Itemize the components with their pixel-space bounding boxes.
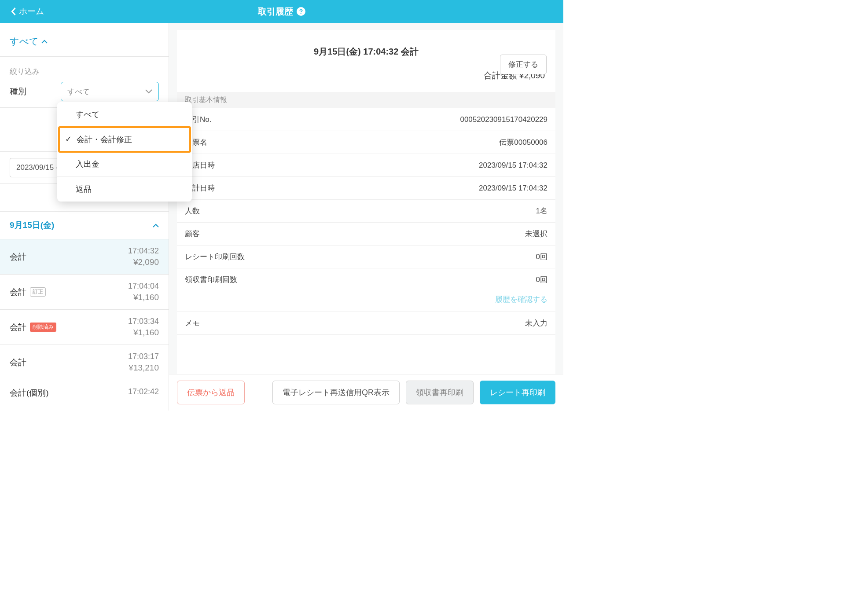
back-label: ホーム [19, 6, 44, 17]
type-selected-value: すべて [67, 87, 90, 97]
section-basic-title: 取引基本情報 [177, 92, 555, 108]
tx-amount: ¥1,160 [128, 293, 159, 302]
deleted-badge: 削除済み [30, 323, 56, 332]
row-value: 00052023091517042022​9 [460, 115, 547, 124]
content-area: 9月15日(金) 17:04:32 会計 修正する 合計金額 ¥2,090 取引… [169, 23, 563, 411]
row-slip: 伝票名伝票00050006 [177, 131, 555, 154]
tx-time: 17:04:04 [128, 282, 159, 291]
row-txno: 取引No.00052023091517042022​9 [177, 108, 555, 131]
tx-amount: ¥2,090 [128, 257, 159, 267]
filter-heading: 絞り込み [10, 66, 159, 77]
page-title-wrap: 取引履歴 ? [258, 6, 305, 18]
filter-all-toggle[interactable]: すべて [0, 23, 169, 57]
footer-bar: 伝票から返品 電子レシート再送信用QR表示 領収書再印刷 レシート再印刷 [169, 374, 563, 411]
row-value: 2023/09/15 17:04:32 [479, 184, 547, 193]
tx-label: 会計 [10, 251, 26, 263]
transaction-item[interactable]: 会計訂正 17:04:04¥1,160 [0, 275, 169, 310]
qr-resend-button[interactable]: 電子レシート再送信用QR表示 [272, 381, 400, 404]
chevron-down-icon [145, 89, 152, 94]
transaction-item[interactable]: 会計 17:04:32¥2,090 [0, 239, 169, 275]
transaction-item[interactable]: 会計削除済み 17:03:34¥1,160 [0, 310, 169, 345]
type-dropdown: すべて 会計・会計修正 入出金 返品 [57, 102, 192, 202]
row-key: 顧客 [185, 229, 200, 239]
row-key: 領収書印刷回数 [185, 275, 237, 285]
history-link[interactable]: 履歴を確認する [495, 295, 547, 304]
dropdown-option-kaikei[interactable]: 会計・会計修正 [58, 126, 191, 153]
tx-label: 会計 [10, 357, 26, 368]
receipt-reprint-button[interactable]: レシート再印刷 [480, 381, 555, 404]
row-key: 人数 [185, 206, 200, 216]
row-receipt-count: レシート印刷回数0回 [177, 246, 555, 268]
filter-block: 絞り込み 種別 すべて [0, 57, 169, 108]
row-people: 人数1名 [177, 200, 555, 223]
row-value: 0回 [536, 252, 547, 262]
type-label: 種別 [10, 86, 61, 97]
tx-amount: ¥13,210 [128, 363, 159, 373]
row-value: 0回 [536, 275, 547, 285]
date-group-label: 9月15日(金) [10, 220, 54, 231]
dropdown-option-label: 返品 [76, 185, 92, 194]
topbar: ホーム 取引履歴 ? [0, 0, 563, 23]
sidebar: すべて 絞り込み 種別 すべて 2023/09/15 - ＋ 新規伝票を追加 [0, 23, 169, 411]
row-customer: 顧客未選択 [177, 223, 555, 246]
dropdown-option-label: 会計・会計修正 [77, 135, 132, 144]
chevron-up-icon [41, 40, 48, 44]
row-value: 未選択 [525, 229, 547, 239]
row-value: 1名 [536, 206, 547, 216]
tx-time: 17:04:32 [128, 246, 159, 256]
row-value: 伝票00050006 [499, 137, 547, 147]
filter-all-label: すべて [10, 35, 39, 48]
return-from-slip-button[interactable]: 伝票から返品 [177, 381, 245, 404]
row-visit: 来店日時2023/09/15 17:04:32 [177, 154, 555, 177]
detail-title: 9月15日(金) 17:04:32 会計 [186, 46, 547, 58]
total-amount: 合計金額 ¥2,090 [177, 66, 555, 92]
tx-label: 会計(個別) [10, 387, 49, 399]
transaction-item[interactable]: 会計(個別) 17:02:42 [0, 380, 169, 406]
edited-badge: 訂正 [30, 287, 46, 297]
tx-time: 17:02:42 [128, 387, 159, 396]
type-select[interactable]: すべて [61, 82, 159, 101]
detail-panel: 9月15日(金) 17:04:32 会計 修正する 合計金額 ¥2,090 取引… [177, 30, 555, 374]
dropdown-option-label: すべて [76, 110, 99, 119]
dropdown-option-cash[interactable]: 入出金 [57, 152, 192, 177]
detail-header: 9月15日(金) 17:04:32 会計 修正する [177, 30, 555, 66]
dropdown-option-return[interactable]: 返品 [57, 177, 192, 202]
date-group-header[interactable]: 9月15日(金) [0, 212, 169, 239]
back-button[interactable]: ホーム [0, 6, 44, 17]
row-value: 2023/09/15 17:04:32 [479, 161, 547, 170]
edit-button[interactable]: 修正する [500, 55, 547, 74]
tx-label: 会計 [10, 322, 26, 333]
row-memo: メモ未入力 [177, 312, 555, 335]
page-title: 取引履歴 [258, 6, 293, 18]
date-range-value: 2023/09/15 - [16, 163, 58, 172]
row-key: メモ [185, 318, 200, 328]
history-link-wrap: 履歴を確認する [177, 291, 555, 312]
chevron-up-icon [153, 224, 159, 227]
row-ryoshu-count: 領収書印刷回数0回 [177, 268, 555, 291]
dropdown-option-label: 入出金 [76, 160, 99, 169]
row-key: レシート印刷回数 [185, 252, 245, 262]
tx-label: 会計 [10, 286, 26, 298]
ryoshu-reprint-button[interactable]: 領収書再印刷 [406, 381, 474, 404]
tx-time: 17:03:34 [128, 317, 159, 326]
tx-time: 17:03:17 [128, 352, 159, 361]
help-icon[interactable]: ? [297, 7, 305, 16]
chevron-left-icon [11, 7, 16, 16]
row-value: 未入力 [525, 318, 547, 328]
transaction-item[interactable]: 会計 17:03:17¥13,210 [0, 345, 169, 380]
tx-amount: ¥1,160 [128, 328, 159, 337]
dropdown-option-all[interactable]: すべて [57, 102, 192, 127]
row-pay: 会計日時2023/09/15 17:04:32 [177, 177, 555, 200]
